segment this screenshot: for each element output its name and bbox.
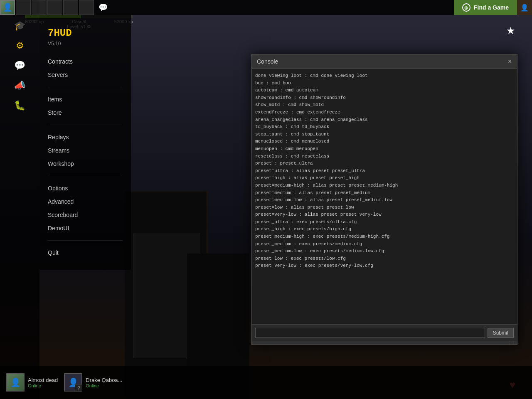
console-output[interactable]: done_viewing_loot : cmd done_viewing_loo… (252, 69, 517, 324)
console-title: Console (257, 58, 278, 65)
friend-avatar-1: 👤 (6, 373, 25, 392)
menu-item-contracts[interactable]: Contracts (39, 55, 131, 68)
console-resize-handle[interactable]: ⋮⋮ (252, 341, 517, 345)
console-line: preset=very-low : alias preset preset_ve… (255, 211, 514, 219)
menu-item-store[interactable]: Store (39, 106, 131, 119)
console-close-button[interactable]: × (507, 58, 512, 65)
console-input-field[interactable] (255, 328, 485, 338)
menu-item-scoreboard[interactable]: Scoreboard (39, 208, 131, 222)
sidebar-icon-graduation[interactable]: 🎓 (11, 17, 29, 35)
console-line: resetclass : cmd resetclass (255, 153, 514, 160)
console-line: preset=ultra : alias preset preset_ultra (255, 167, 514, 175)
menu-item-streams[interactable]: Streams (39, 144, 131, 157)
friend-status-1: Online (28, 383, 58, 388)
friend-info-1: Almost dead Online (28, 377, 58, 388)
menu-item-servers[interactable]: Servers (39, 68, 131, 81)
console-line: preset=medium-high : alias preset preset… (255, 182, 514, 190)
menu-divider-2 (48, 125, 123, 125)
console-line: preset : preset_ultra (255, 160, 514, 167)
favorites-star-button[interactable]: ★ (506, 25, 515, 37)
sidebar-icon-bug[interactable]: 🐛 (11, 96, 29, 115)
console-input-row: Submit (252, 324, 517, 341)
menu-item-advanced[interactable]: Advanced (39, 195, 131, 208)
loadout-slot-3[interactable] (47, 0, 62, 15)
console-submit-button[interactable]: Submit (488, 328, 514, 338)
menu-divider-4 (48, 240, 123, 241)
menu-section-quit: Quit (39, 244, 131, 261)
friend-info-2: Drake Qaboa... Online (86, 377, 122, 388)
friend-name-1: Almost dead (28, 377, 58, 383)
menu-divider-3 (48, 176, 123, 176)
console-line: arena_changeclass : cmd arena_changeclas… (255, 116, 514, 124)
console-line: preset=low : alias preset preset_low (255, 204, 514, 212)
console-line: show_motd : cmd show_motd (255, 101, 514, 109)
menu-section-top: Contracts Servers (39, 53, 131, 84)
menu-section-middle: Items Store (39, 91, 131, 121)
console-line: preset=high : alias preset preset_high (255, 175, 514, 182)
menu-item-workshop[interactable]: Workshop (39, 157, 131, 170)
loadout-slot-4[interactable] (63, 0, 78, 15)
loadout-slot-5[interactable] (79, 0, 94, 15)
menu-item-demoui[interactable]: DemoUI (39, 222, 131, 235)
player-avatar[interactable]: 👤 (0, 0, 15, 15)
console-line: preset_ultra : exec presets/ultra.cfg (255, 219, 514, 226)
friend-item-1[interactable]: 👤 Almost dead Online (6, 373, 58, 392)
console-line: autoteam : cmd autoteam (255, 87, 514, 94)
sidebar: 🎓 ⚙ 💬 📣 🐛 (0, 0, 39, 399)
friend-item-2[interactable]: 👤 ? Drake Qaboa... Online (64, 373, 122, 392)
console-line: showroundinfo : cmd showroundinfo (255, 94, 514, 102)
main-menu: 7HUD V5.10 Contracts Servers Items Store… (39, 15, 131, 270)
friend-name-2: Drake Qaboa... (86, 377, 122, 383)
menu-item-options[interactable]: Options (39, 182, 131, 195)
console-line: menuopen : cmd menuopen (255, 145, 514, 153)
chat-bubble-icon[interactable]: 💬 (96, 0, 111, 15)
console-line: done_viewing_loot : cmd done_viewing_loo… (255, 72, 514, 80)
game-logo: 7HUD (39, 23, 131, 41)
settings-icon: 👤 (520, 4, 529, 12)
loadout-slot-1[interactable] (16, 0, 31, 15)
menu-section-replays: Replays Streams Workshop (39, 128, 131, 172)
menu-section-settings: Options Advanced Scoreboard DemoUI (39, 180, 131, 237)
friend-avatar-icon-1: 👤 (10, 377, 21, 387)
loadout-slot-2[interactable] (32, 0, 47, 15)
menu-divider-1 (48, 87, 123, 87)
console-line: menuclosed : cmd menuclosed (255, 138, 514, 145)
console-line: td_buyback : cmd td_buyback (255, 123, 514, 131)
friend-bar: 👤 Almost dead Online 👤 ? Drake Qaboa... … (0, 366, 532, 399)
sidebar-icon-cog[interactable]: ⚙ (11, 37, 29, 55)
friend-avatar-2: 👤 ? (64, 373, 82, 392)
friend-status-2: Online (86, 383, 122, 388)
console-line: preset_high : exec presets/high.cfg (255, 226, 514, 233)
console-line: preset_low : exec presets/low.cfg (255, 255, 514, 263)
sidebar-icon-comment[interactable]: 💬 (11, 57, 29, 75)
menu-item-replays[interactable]: Replays (39, 131, 131, 144)
console-line: preset_medium-high : exec presets/medium… (255, 233, 514, 241)
menu-item-items[interactable]: Items (39, 93, 131, 106)
find-game-button[interactable]: ◎ Find a Game (454, 0, 517, 15)
console-line: stop_taunt : cmd stop_taunt (255, 131, 514, 138)
console-line: preset=medium : alias preset preset_medi… (255, 190, 514, 197)
console-line: preset_medium : exec presets/medium.cfg (255, 241, 514, 248)
find-game-icon: ◎ (462, 3, 470, 12)
menu-item-quit[interactable]: Quit (39, 246, 131, 259)
console-line: preset_medium-low : exec presets/medium-… (255, 248, 514, 255)
console-line: boo : cmd boo (255, 80, 514, 87)
console-line: preset=medium-low : alias preset preset_… (255, 197, 514, 204)
console-modal: Console × done_viewing_loot : cmd done_v… (251, 54, 517, 345)
settings-button[interactable]: 👤 (517, 0, 532, 15)
sidebar-icon-megaphone[interactable]: 📣 (11, 76, 29, 95)
find-game-label: Find a Game (474, 4, 509, 11)
console-line: extendfreeze : cmd extendfreeze (255, 109, 514, 116)
console-line: preset_very-low : exec presets/very-low.… (255, 262, 514, 270)
loadout-slots (16, 0, 94, 15)
console-header: Console × (252, 54, 517, 69)
top-navigation-bar: 👤 💬 ◎ Find a Game 👤 (0, 0, 532, 15)
game-version: V5.10 (39, 41, 131, 53)
